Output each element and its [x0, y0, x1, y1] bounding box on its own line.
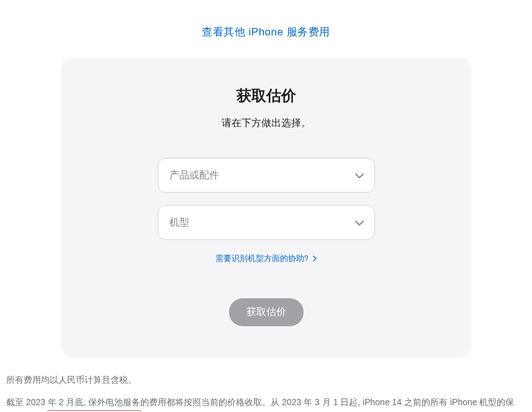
help-link-text: 需要识别机型方面的协助?	[215, 254, 309, 263]
get-estimate-button[interactable]: 获取估价	[229, 298, 304, 326]
product-select-wrapper: 产品或配件	[158, 158, 375, 193]
help-link-container: 需要识别机型方面的协助?	[86, 252, 446, 264]
estimate-card: 获取估价 请在下方做出选择。 产品或配件 机型 需要识别机型方面的协助? 获取估…	[61, 58, 471, 357]
card-subtitle: 请在下方做出选择。	[86, 117, 446, 130]
footer-line-2: 截至 2023 年 2 月底, 保外电池服务的费用都将按照当前的价格收取。从 2…	[6, 395, 521, 412]
other-service-fees-link[interactable]: 查看其他 iPhone 服务费用	[202, 26, 330, 38]
model-select[interactable]: 机型	[158, 205, 375, 240]
product-select-placeholder: 产品或配件	[169, 169, 219, 182]
top-link-container: 查看其他 iPhone 服务费用	[0, 0, 532, 58]
model-select-placeholder: 机型	[169, 216, 189, 229]
footer-text: 所有费用均以人民币计算且含税。 截至 2023 年 2 月底, 保外电池服务的费…	[6, 373, 521, 412]
card-title: 获取估价	[86, 86, 446, 106]
product-select[interactable]: 产品或配件	[158, 158, 375, 193]
chevron-right-icon	[313, 254, 317, 263]
model-select-wrapper: 机型	[158, 205, 375, 240]
identify-model-help-link[interactable]: 需要识别机型方面的协助?	[215, 254, 317, 263]
footer-line-1: 所有费用均以人民币计算且含税。	[6, 373, 521, 387]
